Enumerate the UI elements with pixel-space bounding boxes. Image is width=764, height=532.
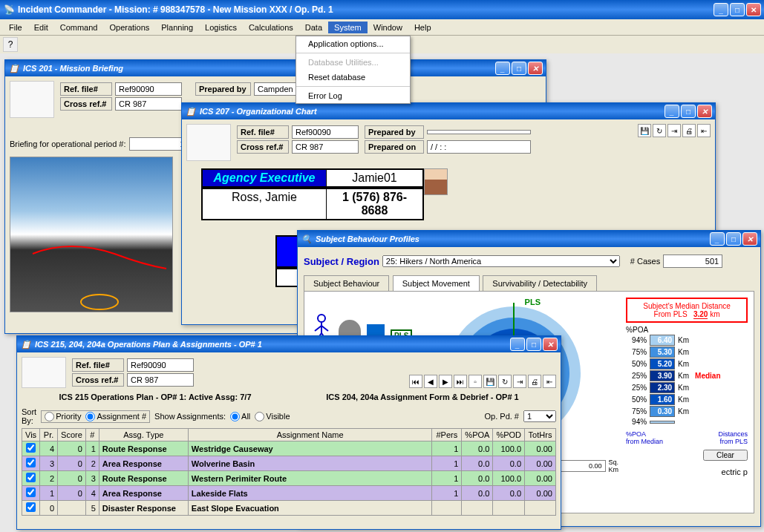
menu-system[interactable]: System [328, 22, 368, 33]
dropdown-sep2 [296, 86, 410, 87]
col-header[interactable]: # [85, 429, 99, 441]
ics207-close[interactable]: ✕ [697, 105, 712, 118]
window-icon: 📋 [185, 105, 197, 117]
main-title: Incident Commander - Mission: # 98834757… [18, 4, 714, 15]
table-row[interactable]: 104Area ResponseLakeside Flats10.00.00.0… [22, 486, 556, 501]
help-icon[interactable]: ? [3, 37, 18, 52]
ring-row: 75%5.30Km [626, 347, 748, 358]
briefing-period-value[interactable]: 1 [129, 137, 189, 151]
menu-edit[interactable]: Edit [28, 22, 54, 33]
table-row[interactable]: 401Route ResponseWestridge Causeway10.01… [22, 441, 556, 456]
prev-icon[interactable]: ◀ [424, 375, 437, 388]
prepared-by-label: Prepared by [365, 125, 424, 139]
col-header[interactable]: #Pers [432, 429, 462, 441]
col-header[interactable]: %POD [493, 429, 525, 441]
menu-data[interactable]: Data [299, 22, 328, 33]
main-maximize-button[interactable]: □ [730, 3, 745, 16]
clear-button[interactable]: Clear [703, 450, 748, 461]
sort-assignment-radio[interactable]: Assignment # [85, 412, 146, 421]
form-header: ICS 204, 204a Assignment Form & Debrief … [289, 393, 556, 401]
show-all-radio[interactable]: All [230, 412, 250, 421]
save-icon[interactable]: 💾 [638, 124, 651, 137]
dropdown-reset-db[interactable]: Reset database [296, 70, 410, 85]
sbp-maximize[interactable]: □ [726, 232, 741, 246]
show-visible-radio[interactable]: Visible [255, 412, 290, 421]
cross-value[interactable]: CR 987 [292, 140, 359, 154]
col-header[interactable]: TotHrs [525, 429, 556, 441]
col-header[interactable]: %POA [462, 429, 493, 441]
sort-label: Sort By: [22, 407, 36, 425]
col-header[interactable]: Assg. Type [99, 429, 188, 441]
exit-icon[interactable]: ⇤ [543, 375, 556, 388]
ics207-minimize[interactable]: _ [665, 105, 679, 118]
cases-label: # Cases [630, 257, 660, 266]
next-icon[interactable]: ▶ [439, 375, 452, 388]
col-header[interactable]: Assignment Name [188, 429, 432, 441]
main-minimize-button[interactable]: _ [714, 3, 728, 16]
ics207-maximize[interactable]: □ [681, 105, 696, 118]
ring-row: 25%2.30Km [626, 382, 748, 393]
ics201-maximize[interactable]: □ [512, 62, 526, 75]
last-icon[interactable]: ⏭ [454, 375, 467, 388]
refresh-icon[interactable]: ↻ [653, 124, 666, 137]
first-icon[interactable]: ⏮ [409, 375, 422, 388]
sbp-minimize[interactable]: _ [710, 232, 725, 246]
print-icon[interactable]: 🖨 [682, 124, 696, 137]
sbp-close[interactable]: ✕ [742, 232, 757, 246]
menu-window[interactable]: Window [368, 22, 408, 33]
ics201-close[interactable]: ✕ [528, 62, 543, 75]
median-distance-box: Subject's Median Distance From PLS 3.20 … [626, 298, 748, 323]
subject-region-select[interactable]: 25: Hikers / North America [382, 255, 620, 267]
dropdown-error-log[interactable]: Error Log [296, 88, 410, 103]
tab-survivability[interactable]: Survivability / Detectability [483, 275, 597, 291]
cross-value[interactable]: CR 987 [115, 97, 182, 111]
menu-planning[interactable]: Planning [155, 22, 199, 33]
menu-file[interactable]: File [3, 22, 28, 33]
col-header[interactable]: Vis [22, 429, 40, 441]
ring-row: 25%3.90KmMedian [626, 370, 748, 381]
dropdown-sep [296, 53, 410, 53]
menu-help[interactable]: Help [408, 22, 437, 33]
ref-value[interactable]: Ref90090 [127, 358, 194, 372]
exit-icon[interactable]: ⇤ [697, 124, 711, 137]
main-close-button[interactable]: ✕ [746, 3, 761, 16]
ops-maximize[interactable]: □ [526, 338, 541, 351]
export-icon[interactable]: ⇥ [513, 375, 526, 388]
col-header[interactable]: Pr. [40, 429, 58, 441]
print-icon[interactable]: 🖨 [528, 375, 541, 388]
cases-value: 501 [663, 254, 722, 268]
briefing-map-image[interactable] [10, 157, 173, 312]
new-icon[interactable]: ▫ [468, 375, 482, 388]
window-icon: 📋 [8, 62, 20, 74]
refresh-icon[interactable]: ↻ [498, 375, 512, 388]
svg-line-3 [315, 326, 321, 331]
ref-value[interactable]: Ref90090 [292, 125, 359, 139]
oppd-select[interactable]: 1 [523, 410, 556, 422]
dropdown-app-options[interactable]: Application options... [296, 36, 410, 51]
exec-name[interactable]: Ross, Jamie [203, 189, 326, 219]
menu-command[interactable]: Command [54, 22, 104, 33]
export-icon[interactable]: ⇥ [667, 124, 681, 137]
menu-logistics[interactable]: Logistics [199, 22, 243, 33]
tab-movement[interactable]: Subject Movement [393, 275, 480, 291]
exec-avatar [424, 168, 448, 195]
ics201-thumbnail [10, 81, 54, 118]
table-row[interactable]: 05Disaster ResponseEast Slope Evacuation [22, 501, 556, 516]
cross-value[interactable]: CR 987 [127, 373, 194, 387]
exec-title: Agency Executive [203, 170, 326, 186]
col-header[interactable]: Score [58, 429, 86, 441]
save-icon[interactable]: 💾 [483, 375, 497, 388]
main-titlebar: 📡 Incident Commander - Mission: # 988347… [0, 0, 764, 19]
menu-operations[interactable]: Operations [103, 22, 155, 33]
ops-close[interactable]: ✕ [543, 338, 558, 351]
ics201-minimize[interactable]: _ [495, 62, 510, 75]
tab-behaviour[interactable]: Subject Behaviour [304, 275, 389, 291]
table-row[interactable]: 203Route ResponseWestern Perimiter Route… [22, 471, 556, 486]
table-row[interactable]: 302Area ResponseWolverine Basin10.00.00.… [22, 456, 556, 471]
menu-calculations[interactable]: Calculations [243, 22, 299, 33]
prepared-on-value[interactable]: / / : : [427, 140, 531, 154]
ops-minimize[interactable]: _ [510, 338, 525, 351]
prepared-by-value[interactable] [427, 130, 531, 134]
sort-priority-radio[interactable]: Priority [45, 412, 81, 421]
ref-value[interactable]: Ref90090 [115, 82, 182, 96]
